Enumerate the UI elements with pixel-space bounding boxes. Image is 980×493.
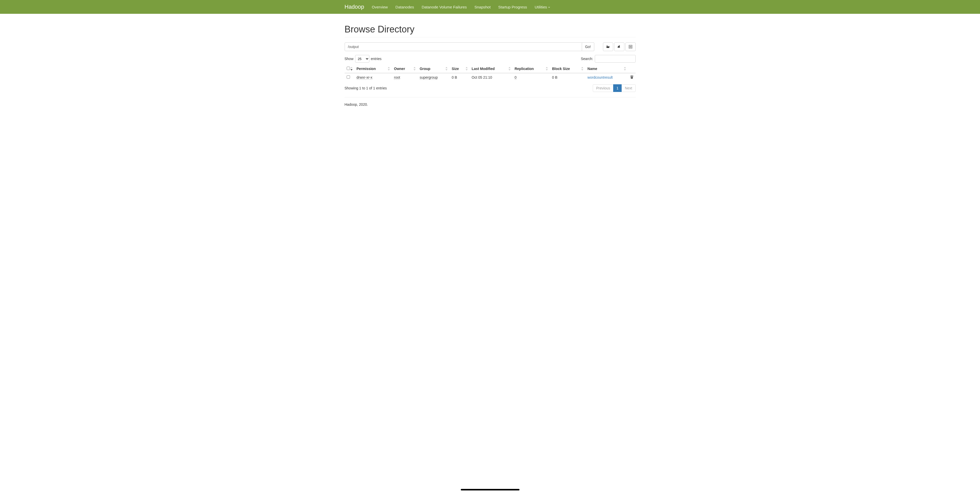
col-last-modified[interactable]: Last Modified [470,65,512,73]
col-name-label: Name [587,67,597,71]
search-input[interactable] [595,55,636,62]
nav-datanode-volume-failures[interactable]: Datanode Volume Failures [418,1,471,13]
sort-icon [624,67,627,70]
col-last-modified-label: Last Modified [472,67,495,71]
nav-utilities-label: Utilities [535,5,547,9]
search-label: Search: [581,57,593,61]
col-permission-label: Permission [356,67,376,71]
delete-button[interactable] [630,76,633,80]
col-owner[interactable]: Owner [392,65,418,73]
pagination-page-1[interactable]: 1 [613,84,622,92]
col-size[interactable]: Size [450,65,469,73]
navbar-brand[interactable]: Hadoop [345,0,368,14]
sort-icon [350,67,353,70]
nav-startup-progress[interactable]: Startup Progress [495,1,531,13]
pagination-next[interactable]: Next [622,84,636,92]
select-all-checkbox[interactable] [347,67,350,70]
nav-overview[interactable]: Overview [368,1,392,13]
col-size-label: Size [452,67,459,71]
col-block-size-label: Block Size [552,67,570,71]
action-button-group [602,42,636,51]
footer-text: Hadoop, 2020. [345,102,636,107]
row-checkbox[interactable] [347,75,350,79]
col-actions [628,65,636,73]
path-input[interactable] [345,42,582,51]
col-owner-label: Owner [394,67,405,71]
nav-utilities[interactable]: Utilities [531,1,554,13]
cell-last-modified: Oct 05 21:10 [472,75,492,80]
divider [345,97,636,97]
cell-replication[interactable]: 0 [515,75,517,80]
list-button[interactable] [625,42,636,51]
page-title: Browse Directory [345,24,636,35]
pagination-previous[interactable]: Previous [593,84,613,92]
list-icon [629,45,632,48]
col-block-size[interactable]: Block Size [550,65,585,73]
nav-snapshot[interactable]: Snapshot [471,1,494,13]
length-control: Show 10 25 50 100 entries [345,55,382,62]
col-group-label: Group [420,67,430,71]
col-group[interactable]: Group [418,65,450,73]
new-folder-button[interactable] [603,42,613,51]
search-control: Search: [581,55,635,62]
upload-icon [617,45,621,48]
folder-open-icon [606,45,610,48]
col-checkbox[interactable] [345,65,355,73]
nav-datanodes[interactable]: Datanodes [391,1,418,13]
pagination: Previous 1 Next [593,84,635,92]
sort-icon [546,67,548,70]
cell-group[interactable]: supergroup [420,75,438,80]
navbar: Hadoop Overview Datanodes Datanode Volum… [0,0,980,14]
col-replication[interactable]: Replication [512,65,550,73]
length-select[interactable]: 10 25 50 100 [355,55,369,62]
cell-size: 0 B [452,75,457,80]
cell-block-size: 0 B [552,75,557,80]
sort-icon [414,67,416,70]
sort-icon [466,67,468,70]
cell-owner[interactable]: root [394,75,400,80]
sort-icon [388,67,390,70]
chevron-down-icon [548,7,550,8]
cell-name-link[interactable]: wordcountresult [587,75,612,80]
col-permission[interactable]: Permission [355,65,392,73]
page-header: Browse Directory [345,24,636,37]
trash-icon [630,75,633,79]
length-label-pre: Show [345,57,353,61]
length-label-post: entries [371,57,382,61]
path-input-group: Go! [345,42,594,51]
go-button[interactable]: Go! [582,42,594,51]
col-name[interactable]: Name [585,65,628,73]
cell-permission[interactable]: drwxr-xr-x [356,75,372,80]
table-info: Showing 1 to 1 of 1 entries [345,86,387,90]
col-replication-label: Replication [515,67,534,71]
sort-icon [445,67,448,70]
file-table: Permission Owner Group Size Last Modifie… [345,65,636,82]
sort-icon [509,67,511,70]
navbar-nav: Overview Datanodes Datanode Volume Failu… [368,1,554,13]
sort-icon [581,67,584,70]
table-row: drwxr-xr-x root supergroup 0 B Oct 05 21… [345,73,636,82]
upload-button[interactable] [614,42,624,51]
